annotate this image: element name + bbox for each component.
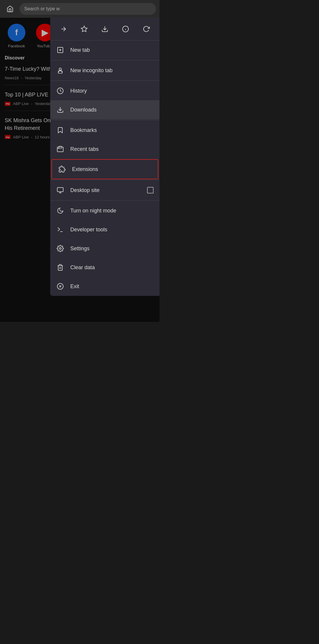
menu-item-desktop-site[interactable]: Desktop site <box>50 181 160 200</box>
menu-item-extensions[interactable]: Extensions <box>51 159 158 179</box>
bookmarks-icon <box>56 126 64 134</box>
menu-item-night-mode[interactable]: Turn on night mode <box>50 201 160 220</box>
menu-item-recent-tabs[interactable]: Recent tabs <box>50 140 160 159</box>
bookmarks-label: Bookmarks <box>70 127 154 133</box>
menu-item-downloads[interactable]: Downloads <box>50 100 160 119</box>
downloads-icon <box>56 106 64 114</box>
menu-item-exit[interactable]: Exit <box>50 277 160 296</box>
menu-item-new-tab[interactable]: New tab <box>50 41 160 59</box>
new-tab-icon <box>56 46 64 54</box>
settings-label: Settings <box>70 246 154 252</box>
info-button[interactable] <box>118 22 133 36</box>
divider-4 <box>50 180 160 180</box>
incognito-icon <box>56 66 64 75</box>
menu-item-clear-data[interactable]: Clear data <box>50 258 160 277</box>
menu-item-dev-tools[interactable]: Developer tools <box>50 220 160 239</box>
svg-point-12 <box>59 68 61 70</box>
downloads-label: Downloads <box>70 107 154 113</box>
forward-button[interactable] <box>56 22 71 36</box>
divider-5 <box>50 200 160 201</box>
browser-content: f Facebook ▶ YouTub... E ESPN.co... Y! Y… <box>0 18 160 322</box>
home-button[interactable] <box>4 2 17 15</box>
search-bar[interactable]: Search or type w <box>19 3 156 15</box>
recent-tabs-label: Recent tabs <box>70 146 154 152</box>
desktop-site-label: Desktop site <box>70 187 100 193</box>
divider-2 <box>50 80 160 81</box>
menu-item-settings[interactable]: Settings <box>50 239 160 258</box>
divider-1 <box>50 60 160 60</box>
top-bar: Search or type w <box>0 0 160 18</box>
search-placeholder: Search or type w <box>24 6 60 12</box>
menu-item-incognito[interactable]: New incognito tab <box>50 61 160 80</box>
refresh-button[interactable] <box>139 22 153 36</box>
menu-item-bookmarks[interactable]: Bookmarks <box>50 121 160 140</box>
dev-tools-icon <box>56 225 64 234</box>
menu-toolbar <box>50 18 160 41</box>
new-tab-label: New tab <box>70 47 154 53</box>
exit-label: Exit <box>70 283 154 290</box>
bookmark-button[interactable] <box>77 22 91 36</box>
menu-item-history[interactable]: History <box>50 81 160 100</box>
svg-marker-4 <box>81 26 87 32</box>
svg-rect-20 <box>57 188 63 192</box>
history-label: History <box>70 88 154 94</box>
desktop-site-left: Desktop site <box>56 186 100 194</box>
settings-icon <box>56 244 64 253</box>
desktop-site-checkbox[interactable] <box>147 187 154 193</box>
extensions-icon <box>58 165 66 173</box>
recent-tabs-icon <box>56 145 64 153</box>
extensions-label: Extensions <box>72 166 152 172</box>
dropdown-menu: New tab New incognito tab <box>50 18 160 296</box>
svg-point-24 <box>59 248 61 249</box>
history-icon <box>56 87 64 95</box>
download-button[interactable] <box>98 22 112 36</box>
incognito-label: New incognito tab <box>70 67 154 74</box>
dev-tools-label: Developer tools <box>70 227 154 233</box>
exit-icon <box>56 282 64 290</box>
desktop-site-icon <box>56 186 64 194</box>
clear-data-label: Clear data <box>70 264 154 271</box>
night-mode-label: Turn on night mode <box>70 208 154 214</box>
svg-rect-17 <box>57 147 63 152</box>
divider-3 <box>50 120 160 120</box>
clear-data-icon <box>56 263 64 272</box>
night-mode-icon <box>56 206 64 215</box>
